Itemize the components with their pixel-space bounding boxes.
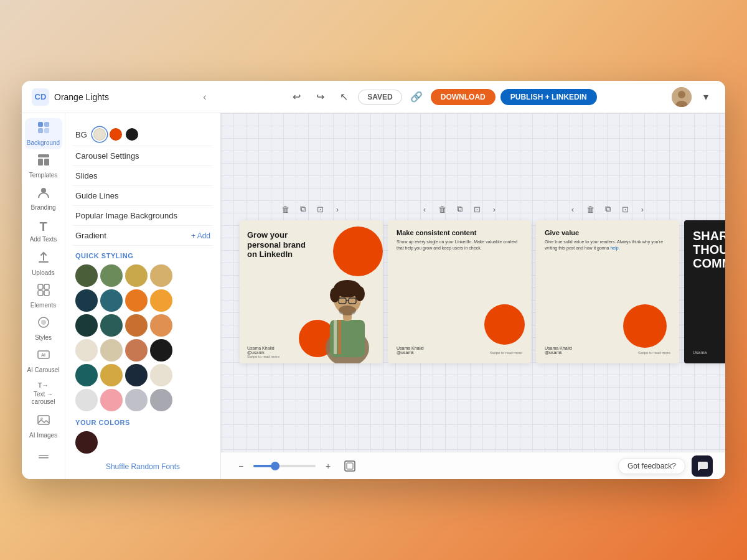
gradient-add[interactable]: + Add <box>191 231 210 240</box>
sidebar-item-styles[interactable]: Styles <box>25 313 62 344</box>
slide-expand-3[interactable]: ⊡ <box>618 202 632 217</box>
palette-swatch[interactable] <box>125 264 148 287</box>
zoom-slider[interactable] <box>253 465 316 467</box>
palette-swatch[interactable] <box>75 389 98 411</box>
slide-expand-2[interactable]: ⊡ <box>469 202 484 217</box>
zoom-thumb[interactable] <box>271 462 280 470</box>
chat-button[interactable] <box>692 455 713 477</box>
bg-color-orange[interactable] <box>110 128 122 141</box>
palette-swatch[interactable] <box>100 264 123 287</box>
panel-item-carousel-settings[interactable]: Carousel Settings <box>73 146 213 166</box>
sidebar-item-more[interactable] <box>25 443 62 474</box>
palette-swatch[interactable] <box>75 289 98 312</box>
slide-card-3[interactable]: Give value Give true solid value to your… <box>536 220 679 363</box>
canvas-scroll[interactable]: 🗑 ⧉ ⊡ › Grow your personal brand on Link… <box>221 113 725 452</box>
bg-color-beige[interactable] <box>93 128 106 141</box>
slide-duplicate-2[interactable]: ⧉ <box>452 202 467 217</box>
zoom-out-button[interactable]: − <box>233 459 248 474</box>
collapse-button[interactable]: ‹ <box>197 90 212 105</box>
sidebar-item-branding[interactable]: Branding <box>25 183 62 214</box>
slide-prev-3[interactable]: ‹ <box>565 202 580 217</box>
slide1-right <box>311 220 383 363</box>
publish-button[interactable]: PUBLISH + LINKEDIN <box>500 89 597 105</box>
slide-duplicate-3[interactable]: ⧉ <box>600 202 615 217</box>
saved-badge: SAVED <box>358 90 402 105</box>
palette-swatch[interactable] <box>75 364 98 386</box>
fit-screen-button[interactable] <box>341 457 359 475</box>
panel-item-guide-lines[interactable]: Guide Lines <box>73 186 213 206</box>
slide-next-2[interactable]: › <box>487 202 502 217</box>
palette-swatch[interactable] <box>125 339 148 362</box>
your-color-swatch[interactable] <box>75 431 98 454</box>
palette-swatch[interactable] <box>125 289 148 312</box>
svg-rect-14 <box>38 291 43 296</box>
slide-duplicate-1[interactable]: ⧉ <box>295 202 310 217</box>
slide-delete-1[interactable]: 🗑 <box>278 202 293 217</box>
svg-rect-8 <box>38 159 43 166</box>
palette-row-0 <box>75 264 210 287</box>
link-button[interactable]: 🔗 <box>407 88 426 106</box>
slide2-title: Make consistent content <box>397 229 522 236</box>
palette-swatch[interactable] <box>75 339 98 362</box>
palette-swatch[interactable] <box>100 289 123 312</box>
svg-point-17 <box>41 320 46 325</box>
cursor-button[interactable]: ↖ <box>334 88 353 106</box>
bg-label: BG <box>75 130 87 139</box>
shuffle-fonts-button[interactable]: Shuffle Random Fonts <box>73 457 213 476</box>
sidebar-item-templates[interactable]: Templates <box>25 151 62 182</box>
palette-swatch[interactable] <box>100 389 123 411</box>
palette-swatch[interactable] <box>125 364 148 386</box>
slide-card-2[interactable]: Make consistent content Show up every si… <box>388 220 531 363</box>
slide2-circle <box>484 304 525 345</box>
slide-next-3[interactable]: › <box>635 202 650 217</box>
canvas-area: 🗑 ⧉ ⊡ › Grow your personal brand on Link… <box>221 113 725 479</box>
slide3-link[interactable]: help. <box>610 246 619 250</box>
palette-swatch[interactable] <box>150 314 172 337</box>
palette-swatch[interactable] <box>100 364 123 386</box>
palette-swatch[interactable] <box>150 289 172 312</box>
slide-delete-2[interactable]: 🗑 <box>435 202 449 217</box>
palette-swatch[interactable] <box>150 364 172 386</box>
slide-prev-2[interactable]: ‹ <box>417 202 432 217</box>
sidebar-item-text-carousel[interactable]: T→ Text → carousel <box>25 378 62 409</box>
palette-swatch[interactable] <box>75 264 98 287</box>
feedback-button[interactable]: Got feedback? <box>618 458 685 474</box>
slide-expand-1[interactable]: ⊡ <box>312 202 327 217</box>
zoom-in-button[interactable]: + <box>321 459 336 474</box>
slide4-headline: SHARE YOUR THOUGHTS IN COMMENTS BELOW <box>693 229 725 270</box>
svg-rect-5 <box>38 128 43 133</box>
slide-card-4[interactable]: SHARE YOUR THOUGHTS IN COMMENTS BELOW Us… <box>684 220 725 363</box>
sidebar-item-uploads[interactable]: Uploads <box>25 248 62 279</box>
slide-next-1[interactable]: › <box>330 202 345 217</box>
sidebar-item-add-texts[interactable]: T Add Texts <box>25 216 62 247</box>
bg-color-black[interactable] <box>126 128 138 141</box>
panel-item-popular-image-backgrounds[interactable]: Popular Image Backgrounds <box>73 206 213 226</box>
redo-button[interactable]: ↪ <box>311 88 329 106</box>
palette-swatch[interactable] <box>100 339 123 362</box>
palette-swatch[interactable] <box>125 389 148 411</box>
text-carousel-label: Text → carousel <box>25 391 62 406</box>
sidebar-item-ai-images[interactable]: AI Images <box>25 411 62 442</box>
download-button[interactable]: DOWNLOAD <box>431 89 496 105</box>
palette-swatch[interactable] <box>125 314 148 337</box>
palette-swatch[interactable] <box>150 264 172 287</box>
sidebar-item-background[interactable]: Background <box>25 118 62 149</box>
slide4-author: Usama <box>693 350 707 355</box>
undo-button[interactable]: ↩ <box>287 88 306 106</box>
slide4-footer: Usama Swipe to read more <box>693 350 725 355</box>
sidebar-item-elements[interactable]: Elements <box>25 281 62 312</box>
slide-delete-3[interactable]: 🗑 <box>583 202 598 217</box>
slide2-author-block: Usama Khalid@usamk <box>397 346 424 355</box>
panel-item-slides[interactable]: Slides <box>73 166 213 186</box>
palette-swatch[interactable] <box>75 314 98 337</box>
palette-swatch[interactable] <box>150 389 172 411</box>
slide-card-1[interactable]: Grow your personal brand on LinkedIn Usa… <box>240 220 383 363</box>
sidebar-item-ai-carousel[interactable]: AI AI Carousel <box>25 345 62 376</box>
svg-point-10 <box>41 188 46 193</box>
palette-swatch[interactable] <box>150 339 172 362</box>
avatar[interactable] <box>672 87 692 107</box>
slide-prev-4[interactable]: ‹ <box>722 202 725 217</box>
profile-chevron[interactable]: ▾ <box>697 88 715 106</box>
panel-item-gradient[interactable]: Gradient + Add <box>73 226 213 246</box>
palette-swatch[interactable] <box>100 314 123 337</box>
